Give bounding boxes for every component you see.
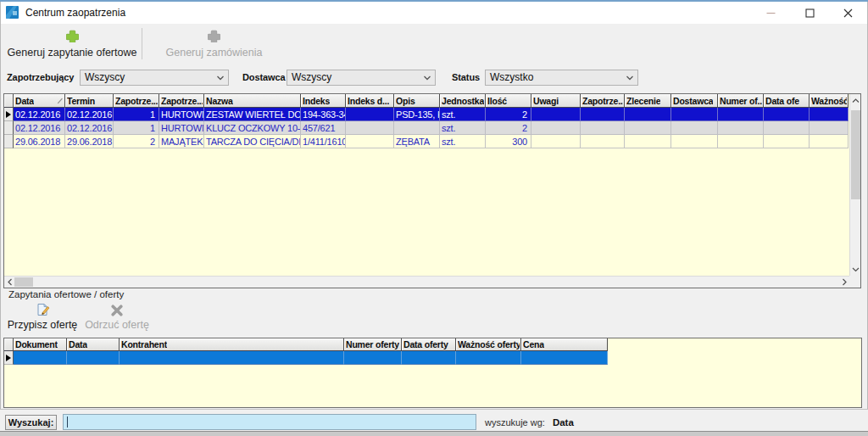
table-cell[interactable]: [581, 121, 625, 135]
column-header[interactable]: Data: [14, 94, 65, 108]
maximize-button[interactable]: [790, 2, 829, 24]
table-cell[interactable]: [346, 108, 394, 121]
column-header[interactable]: Numer oferty: [344, 338, 402, 351]
vertical-scrollbar[interactable]: [849, 94, 860, 276]
column-header[interactable]: Ważność oferty: [456, 338, 521, 351]
table-cell[interactable]: [346, 135, 394, 148]
column-header[interactable]: Zapotrze...: [581, 94, 625, 108]
table-cell[interactable]: 02.12.2016: [65, 108, 114, 121]
table-cell[interactable]: ZESTAW WIERTEŁ DO: [204, 108, 301, 121]
column-header[interactable]: Dostawca: [671, 94, 718, 108]
table-cell[interactable]: [718, 121, 764, 135]
table-cell[interactable]: szt.: [440, 135, 486, 148]
table-cell[interactable]: HURTOWNIA: [159, 121, 204, 135]
scroll-down-button[interactable]: [850, 263, 861, 276]
table-cell[interactable]: 457/621: [301, 121, 346, 135]
table-cell[interactable]: [810, 135, 849, 148]
column-header[interactable]: Data ofe: [764, 94, 810, 108]
table-cell[interactable]: [14, 351, 67, 365]
table-cell[interactable]: 1: [114, 121, 159, 135]
table-cell[interactable]: [718, 135, 764, 148]
table-cell[interactable]: 2: [114, 135, 159, 148]
assign-offer-button[interactable]: Przypisz ofertę: [5, 301, 80, 333]
table-cell[interactable]: [531, 135, 581, 148]
table-cell[interactable]: [67, 351, 120, 365]
table-cell[interactable]: 2: [486, 108, 531, 121]
table-cell[interactable]: szt.: [440, 108, 486, 121]
scroll-up-button[interactable]: [850, 94, 861, 107]
search-input[interactable]: [63, 414, 476, 430]
table-cell[interactable]: 29.06.2018: [14, 135, 65, 148]
table-cell[interactable]: [402, 351, 456, 365]
vertical-scrollbar-thumb[interactable]: [851, 110, 860, 199]
table-cell[interactable]: 02.12.2016: [65, 121, 114, 135]
column-header[interactable]: Ilość: [486, 94, 531, 108]
search-button[interactable]: Wyszukaj:: [5, 415, 57, 430]
table-cell[interactable]: ZĘBATA: [394, 135, 440, 148]
table-cell[interactable]: [456, 351, 521, 365]
table-cell[interactable]: 300: [486, 135, 531, 148]
column-header[interactable]: Zlecenie: [625, 94, 671, 108]
table-cell[interactable]: [346, 121, 394, 135]
table-cell[interactable]: [344, 351, 402, 365]
table-cell[interactable]: 1/411/1610: [301, 135, 346, 148]
close-button[interactable]: [829, 2, 867, 24]
column-header[interactable]: Ważność: [810, 94, 849, 108]
scroll-right-button[interactable]: [838, 277, 849, 288]
table-cell[interactable]: HURTOWNIA: [159, 108, 204, 121]
table-cell[interactable]: TARCZA DO CIĘCIA/DIA: [204, 135, 301, 148]
column-header[interactable]: Jednostka: [440, 94, 486, 108]
table-cell[interactable]: [810, 121, 849, 135]
column-header[interactable]: Uwagi: [531, 94, 581, 108]
column-header[interactable]: Zapotrze...: [159, 94, 204, 108]
column-header[interactable]: Cena: [521, 338, 608, 351]
column-header[interactable]: Data: [67, 338, 120, 351]
column-header[interactable]: Zapotrze...: [114, 94, 159, 108]
requester-filter-combobox[interactable]: Wszyscy: [80, 70, 229, 86]
column-header[interactable]: Kontrahent: [120, 338, 344, 351]
column-header[interactable]: Nazwa: [204, 94, 301, 108]
table-cell[interactable]: 194-363-34: [301, 108, 346, 121]
table-cell[interactable]: [120, 351, 344, 365]
column-header[interactable]: Opis: [394, 94, 440, 108]
supplier-filter-combobox[interactable]: Wszyscy: [287, 70, 436, 86]
table-cell[interactable]: [764, 135, 810, 148]
table-cell[interactable]: [671, 108, 718, 121]
table-cell[interactable]: MAJĄTEK W: [159, 135, 204, 148]
table-cell[interactable]: [625, 135, 671, 148]
table-cell[interactable]: 02.12.2016: [14, 121, 65, 135]
table-cell[interactable]: [394, 121, 440, 135]
table-cell[interactable]: [521, 351, 608, 365]
table-cell[interactable]: [581, 108, 625, 121]
table-cell[interactable]: 1: [114, 108, 159, 121]
column-header[interactable]: Indeks d...: [346, 94, 394, 108]
table-cell[interactable]: KLUCZ OCZKOWY 10-13: [204, 121, 301, 135]
table-cell[interactable]: [581, 135, 625, 148]
table-cell[interactable]: [718, 108, 764, 121]
column-header[interactable]: Data oferty: [402, 338, 456, 351]
row-indicator-cell: [4, 135, 14, 148]
horizontal-scrollbar[interactable]: [4, 276, 849, 288]
table-cell[interactable]: [671, 121, 718, 135]
table-cell[interactable]: 02.12.2016: [14, 108, 65, 121]
table-cell[interactable]: [531, 121, 581, 135]
minimize-button[interactable]: [751, 2, 790, 24]
table-cell[interactable]: 29.06.2018: [65, 135, 114, 148]
table-cell[interactable]: szt.: [440, 121, 486, 135]
status-filter-combobox[interactable]: Wszystko: [485, 70, 638, 86]
column-header[interactable]: Dokument: [14, 338, 67, 351]
column-header[interactable]: Indeks: [301, 94, 346, 108]
table-cell[interactable]: [625, 108, 671, 121]
table-cell[interactable]: [531, 108, 581, 121]
table-cell[interactable]: [764, 121, 810, 135]
horizontal-scrollbar-thumb[interactable]: [14, 277, 33, 287]
column-header[interactable]: Termin: [65, 94, 114, 108]
table-cell[interactable]: [625, 121, 671, 135]
table-cell[interactable]: [810, 108, 849, 121]
table-cell[interactable]: 2: [486, 121, 531, 135]
generate-rfq-button[interactable]: Generuj zapytanie ofertowe: [4, 26, 140, 60]
table-cell[interactable]: [671, 135, 718, 148]
column-header[interactable]: Numer of...: [718, 94, 764, 108]
table-cell[interactable]: [764, 108, 810, 121]
table-cell[interactable]: PSD-135, H: [394, 108, 440, 121]
